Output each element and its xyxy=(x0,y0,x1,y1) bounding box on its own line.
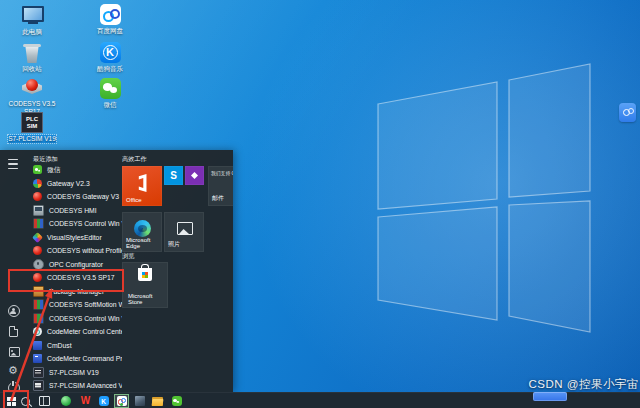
cmprompt-icon xyxy=(33,354,42,363)
desktop-icon-plcsim[interactable]: PLC SIMS7-PLCSIM V19 xyxy=(4,112,60,143)
kugou-music-glyph: K xyxy=(103,45,118,60)
start-menu-item-label: CODESYS Gateway V3 xyxy=(47,193,119,200)
start-menu-item-codesys-softmotion-win-v3[interactable]: CODESYS SoftMotion Win V3 xyxy=(26,298,122,312)
vse-icon xyxy=(32,232,43,243)
codesys-icon xyxy=(33,192,42,201)
start-menu-item-codemeter-command-prompt[interactable]: CodeMeter Command Prompt xyxy=(26,352,122,366)
task-view-glyph xyxy=(39,396,50,406)
tile-group-header-productivity: 高效工作 xyxy=(122,155,147,164)
hmi-icon xyxy=(33,205,44,216)
start-menu-item-label: CmDust xyxy=(47,342,72,349)
start-menu-item-label: S7-PLCSIM V19 xyxy=(49,369,99,376)
pictures-icon[interactable] xyxy=(9,347,20,357)
start-menu-item-codemeter-control-center[interactable]: CodeMeter Control Center xyxy=(26,325,122,339)
this-pc-icon xyxy=(21,4,43,26)
plcsim-glyph: PLC SIM xyxy=(25,116,40,129)
start-menu-item-s7-plcsim-advanced-v5-0[interactable]: S7-PLCSIM Advanced V5.0 xyxy=(26,379,122,392)
plcsim-icon xyxy=(33,367,44,378)
taskbar-wechat-icon[interactable] xyxy=(169,394,184,408)
desktop-icon-label: S7-PLCSIM V19 xyxy=(8,135,56,143)
start-menu: ⚙ 最近添加 微信Gateway V2.3CODESYS Gateway V3C… xyxy=(0,150,233,392)
tile-office[interactable]: Office xyxy=(122,166,162,206)
settings-gear-icon[interactable]: ⚙ xyxy=(7,364,20,377)
start-menu-item-label: CODESYS SoftMotion Win V3 xyxy=(49,301,122,308)
bars-icon xyxy=(33,299,44,310)
cmdust-icon xyxy=(33,341,42,350)
tile-group-header-explore: 浏览 xyxy=(122,252,134,261)
hamburger-menu-icon[interactable] xyxy=(8,158,18,170)
start-menu-item-label: CodeMeter Command Prompt xyxy=(47,355,122,362)
start-menu-item-label: Gateway V2.3 xyxy=(47,180,90,187)
taskbar-browser-icon[interactable] xyxy=(58,394,73,408)
start-menu-item-codesys-gateway-v3[interactable]: CODESYS Gateway V3 xyxy=(26,190,122,204)
browser-glyph xyxy=(61,396,71,406)
bars-icon xyxy=(33,218,44,229)
taskbar-wps-icon[interactable]: W xyxy=(78,394,93,408)
start-menu-item-item-0[interactable]: 微信 xyxy=(26,163,122,177)
photos-icon xyxy=(177,222,193,235)
account-icon[interactable] xyxy=(8,305,20,317)
csdn-watermark-badge xyxy=(533,392,567,401)
codesys-icon xyxy=(33,246,42,255)
tile-microsoft-edge[interactable]: Microsoft Edge xyxy=(122,212,162,252)
start-menu-item-gateway-v2-3[interactable]: Gateway V2.3 xyxy=(26,177,122,191)
start-menu-item-cmdust[interactable]: CmDust xyxy=(26,339,122,353)
start-menu-item-codesys-v3-5-sp17[interactable]: CODESYS V3.5 SP17 xyxy=(26,271,122,285)
desktop-icon-label: 百度网盘 xyxy=(97,27,123,35)
start-menu-item-s7-plcsim-v19[interactable]: S7-PLCSIM V19 xyxy=(26,366,122,380)
start-menu-item-label: CODESYS HMI xyxy=(49,207,97,214)
taskbar-search-icon[interactable] xyxy=(18,394,33,408)
taskbar-file-explorer-icon[interactable] xyxy=(150,394,165,408)
start-menu-item-label: VisualStylesEditor xyxy=(47,234,102,241)
taskbar-netdisk-icon[interactable] xyxy=(114,394,129,408)
tile-purple-app[interactable] xyxy=(185,166,204,185)
gateway-icon xyxy=(33,179,42,188)
codesys-icon xyxy=(21,76,43,98)
start-menu-item-opc-configurator[interactable]: OPC Configurator xyxy=(26,258,122,272)
taskbar-app-cube-icon[interactable] xyxy=(132,394,147,408)
codesys-icon xyxy=(33,273,42,282)
desktop-icon-label: 此电脑 xyxy=(22,28,42,36)
documents-icon[interactable] xyxy=(9,326,18,337)
taskbar-start-icon[interactable] xyxy=(4,394,19,408)
desktop-icon-label: 微信 xyxy=(104,101,117,109)
store-bag-icon xyxy=(138,268,152,281)
netdisk-glyph xyxy=(117,396,127,406)
opc-icon xyxy=(33,259,44,270)
tile-microsoft-store[interactable]: Microsoft Store xyxy=(122,262,168,308)
baidu-netdisk-widget-icon[interactable] xyxy=(619,103,636,122)
desktop-icon-codesys[interactable]: CODESYS V3.5 SP17 xyxy=(4,76,60,116)
start-menu-item-codesys-hmi[interactable]: CODESYS HMI xyxy=(26,204,122,218)
kugou-music-icon: K xyxy=(100,42,121,63)
package-icon xyxy=(33,286,44,297)
start-menu-item-codesys-without-profile[interactable]: CODESYS without Profile xyxy=(26,244,122,258)
csdn-watermark-text: CSDN @控果小宇宙 xyxy=(529,377,639,392)
search-glyph xyxy=(21,397,30,406)
start-menu-item-codesys-control-win-v3-systray[interactable]: CODESYS Control Win V3 SysTray xyxy=(26,217,122,231)
tile-photos[interactable]: 照片 xyxy=(164,212,204,252)
wps-glyph: W xyxy=(81,396,90,406)
tile-mail[interactable]: 我们支持 Gmail 邮件 xyxy=(208,166,233,206)
recycle-bin-icon xyxy=(23,42,41,63)
desktop-icon-this-pc[interactable]: 此电脑 xyxy=(4,4,60,36)
taskbar-task-view-icon[interactable] xyxy=(37,394,52,408)
plcsim-icon xyxy=(33,380,44,391)
desktop-icon-kugou-music[interactable]: K酷狗音乐 xyxy=(82,42,138,73)
taskbar-kugou-icon[interactable]: K xyxy=(96,394,111,408)
desktop-icon-baidu-netdisk[interactable]: 百度网盘 xyxy=(82,4,138,35)
baidu-netdisk-icon xyxy=(100,4,121,25)
start-menu-item-package-manager[interactable]: Package Manager xyxy=(26,285,122,299)
kugou-glyph: K xyxy=(99,396,109,406)
start-menu-item-label: CODESYS Control Win V3 xyxy=(49,315,122,322)
wechat-icon xyxy=(100,78,121,99)
start-menu-item-label: Package Manager xyxy=(49,288,104,295)
codemeter-icon xyxy=(33,327,42,336)
edge-icon xyxy=(134,220,151,237)
desktop-icon-label: 回收站 xyxy=(22,65,42,73)
start-menu-app-list: 最近添加 微信Gateway V2.3CODESYS Gateway V3COD… xyxy=(26,150,122,392)
start-menu-item-codesys-control-win-v3[interactable]: CODESYS Control Win V3 xyxy=(26,312,122,326)
start-menu-item-visualstyleseditor[interactable]: VisualStylesEditor xyxy=(26,231,122,245)
tile-skype[interactable]: S xyxy=(164,166,183,185)
desktop-icon-wechat[interactable]: 微信 xyxy=(82,78,138,109)
desktop-icon-recycle-bin[interactable]: 回收站 xyxy=(4,42,60,73)
